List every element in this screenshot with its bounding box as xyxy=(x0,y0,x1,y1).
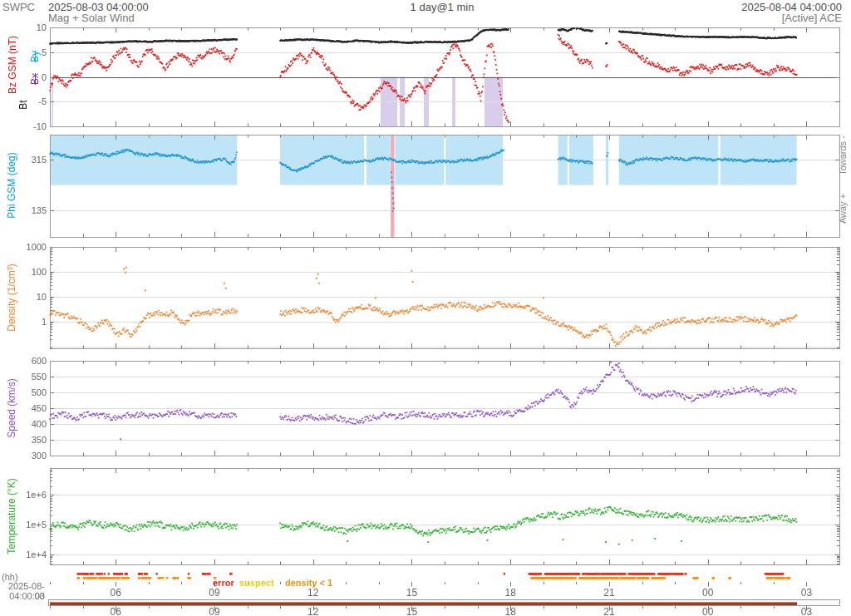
time-axis-upper-hour-label: 06 xyxy=(105,587,126,599)
time-axis-upper-hour-label: 09 xyxy=(204,587,225,599)
time-axis-lower-hour-label: 15 xyxy=(401,606,422,616)
bz-axis-label: Bz GSM (nT) xyxy=(7,36,18,94)
time-axis-lower-hour-label: 09 xyxy=(204,606,225,616)
temp-ytick-label: 1e+4 xyxy=(0,549,47,559)
time-axis-upper-hour-label: 03 xyxy=(795,587,817,599)
time-range-scrollbar[interactable] xyxy=(48,599,840,606)
speed-ytick-label: 300 xyxy=(0,451,47,461)
footer-time: 04:00:00 xyxy=(0,591,45,601)
legend-suspect: suspect xyxy=(239,578,274,588)
phi-ytick-label: 315 xyxy=(0,155,47,165)
speed-ytick-label: 350 xyxy=(0,435,47,445)
density-ytick-label: 10 xyxy=(0,292,47,302)
away-sector-label: Away + xyxy=(838,194,848,224)
mag-ytick-label: 10 xyxy=(0,22,47,32)
speed-ytick-label: 550 xyxy=(0,372,47,382)
temp-ytick-label: 1e+6 xyxy=(0,490,47,500)
mag-ytick-label: 0 xyxy=(0,72,47,82)
time-axis-lower-hour-label: 06 xyxy=(105,606,126,616)
swpc-solar-wind-page: { "header": { "brand": "SWPC", "start_da… xyxy=(0,0,851,616)
solar-wind-plot-canvas[interactable] xyxy=(0,0,851,616)
time-axis-lower-hour-label: 12 xyxy=(303,606,324,616)
phi-ytick-label: 135 xyxy=(0,205,47,215)
time-axis-lower-hour-label: 21 xyxy=(598,606,620,616)
density-ytick-label: 100 xyxy=(0,267,47,277)
time-axis-lower-hour-label: 03 xyxy=(795,606,817,616)
time-axis-upper-hour-label: 15 xyxy=(401,587,422,599)
speed-ytick-label: 500 xyxy=(0,387,47,397)
time-range-coverage-fill[interactable] xyxy=(50,602,797,605)
time-axis-lower-hour-label: 00 xyxy=(697,606,719,616)
speed-ytick-label: 450 xyxy=(0,403,47,413)
density-ytick-label: 1000 xyxy=(0,242,47,252)
speed-ytick-label: 400 xyxy=(0,419,47,429)
time-axis-upper-hour-label: 12 xyxy=(303,587,324,599)
speed-ytick-label: 600 xyxy=(0,356,47,366)
mag-ytick-label: 5 xyxy=(0,47,47,57)
towards-sector-label: Towards - xyxy=(838,136,848,175)
time-axis-lower-hour-label: 18 xyxy=(499,606,521,616)
mag-ytick-label: -10 xyxy=(0,121,47,131)
time-axis-upper-hour-label: 21 xyxy=(598,587,620,599)
density-ytick-label: 1 xyxy=(0,317,47,327)
time-axis-upper-hour-label: 00 xyxy=(697,587,719,599)
time-axis-upper-hour-label: 18 xyxy=(499,587,521,599)
temp-ytick-label: 1e+5 xyxy=(0,520,47,530)
mag-ytick-label: -5 xyxy=(0,96,47,106)
